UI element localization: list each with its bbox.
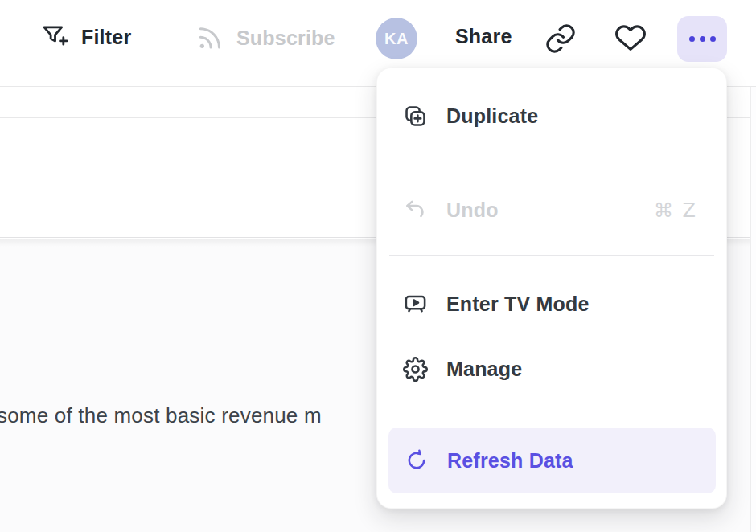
menu-item-enter-tv-mode[interactable]: Enter TV Mode [377,276,726,331]
menu-gap [377,397,726,428]
menu-item-undo[interactable]: Undo ⌘ Z [377,183,726,238]
refresh-data-label: Refresh Data [447,449,573,473]
menu-divider [389,255,714,256]
heart-icon [614,22,647,55]
subscribe-label: Subscribe [236,27,335,50]
more-options-menu: Duplicate Undo ⌘ Z Enter TV Mode [376,68,727,509]
menu-item-refresh-data[interactable]: Refresh Data [388,428,716,493]
page-body-text: some of the most basic revenue m [0,403,322,428]
undo-icon [403,198,428,223]
tv-icon [403,292,428,317]
copy-link-button[interactable] [544,22,577,55]
link-icon [544,22,577,55]
subscribe-button[interactable]: Subscribe [194,22,335,54]
share-label: Share [455,25,512,48]
menu-item-manage[interactable]: Manage [377,342,726,397]
undo-label: Undo [446,198,499,222]
duplicate-icon [403,104,428,129]
duplicate-label: Duplicate [446,104,538,128]
favorite-button[interactable] [614,22,647,55]
filter-label: Filter [81,26,131,49]
undo-shortcut: ⌘ Z [654,199,697,222]
avatar[interactable]: KA [376,18,417,59]
share-button[interactable]: Share [455,25,512,48]
more-options-button[interactable] [677,16,727,62]
menu-item-duplicate[interactable]: Duplicate [377,89,726,144]
menu-divider [389,162,714,162]
gear-icon [403,357,428,382]
filter-button[interactable]: Filter [40,22,131,52]
rss-icon [194,22,226,54]
refresh-icon [405,448,429,473]
avatar-initials: KA [384,30,409,48]
right-page-gutter [750,87,756,532]
ellipsis-icon [689,36,695,42]
manage-label: Manage [446,358,522,381]
enter-tv-mode-label: Enter TV Mode [446,293,590,316]
menu-gap [377,331,726,342]
funnel-plus-icon [40,22,71,52]
